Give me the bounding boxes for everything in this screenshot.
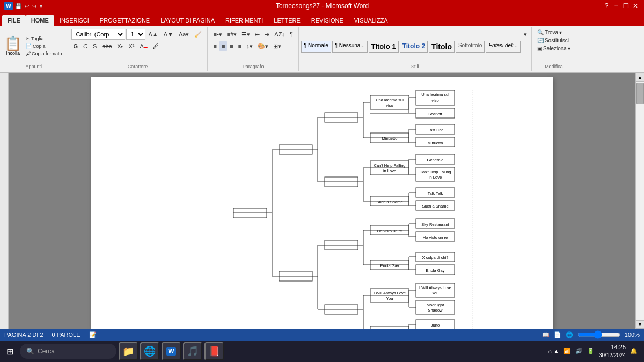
close-button[interactable]: ✕ — [631, 2, 640, 10]
style-normale[interactable]: ¶ Normale — [301, 41, 331, 53]
style-enfasi[interactable]: Enfasi deli... — [486, 41, 520, 53]
bracket-diagram: Una lacrima sul viso Scarlett Fast Car M… — [97, 86, 547, 329]
bold-button[interactable]: G — [71, 41, 80, 51]
print-layout-icon[interactable]: 📄 — [554, 331, 561, 338]
align-center-button[interactable]: ≡ — [219, 41, 227, 51]
svg-text:Shadow: Shadow — [428, 308, 443, 313]
svg-text:Juno: Juno — [431, 323, 440, 328]
decrease-indent-button[interactable]: ⇤ — [253, 29, 262, 40]
quick-save-icon[interactable]: 💾 — [15, 3, 21, 9]
justify-button[interactable]: ≡ — [236, 41, 244, 51]
scroll-up-button[interactable]: ▲ — [636, 73, 645, 82]
underline-button[interactable]: S — [91, 41, 99, 51]
zoom-slider[interactable] — [577, 331, 620, 338]
paragraph-group: ≡•▾ ≡#▾ ☰▾ ⇤ ⇥ AZ↓ ¶ ≡ ≡ ≡ ≡ ↕▾ 🎨▾ ⊞▾ Pa… — [208, 27, 298, 71]
tab-riferimenti[interactable]: RIFERIMENTI — [220, 15, 268, 26]
restore-button[interactable]: ❐ — [621, 2, 630, 10]
style-titolo[interactable]: Titolo — [429, 41, 455, 53]
svg-text:Generale: Generale — [427, 158, 444, 162]
taskbar-word[interactable]: W — [162, 342, 181, 360]
svg-text:You: You — [386, 296, 393, 301]
increase-indent-button[interactable]: ⇥ — [262, 29, 272, 40]
scroll-thumb[interactable] — [636, 83, 644, 104]
svg-text:Enola Gay: Enola Gay — [380, 263, 399, 268]
redo-btn[interactable]: ↪ — [32, 3, 36, 9]
tab-home[interactable]: HOME — [26, 15, 54, 26]
highlight-button[interactable]: 🖊 — [151, 41, 161, 51]
paragraph-group-label: Paragrafo — [211, 64, 295, 69]
minimize-button[interactable]: − — [612, 2, 620, 10]
style-titolo1[interactable]: Titolo 1 — [369, 41, 399, 53]
style-titolo2[interactable]: Titolo 2 — [400, 41, 428, 53]
search-placeholder: Cerca — [38, 348, 55, 355]
subscript-button[interactable]: X₂ — [115, 41, 125, 51]
align-right-button[interactable]: ≡ — [228, 41, 235, 51]
web-layout-icon[interactable]: 🌐 — [566, 331, 573, 338]
read-mode-icon[interactable]: 📖 — [542, 331, 550, 338]
vertical-scrollbar[interactable]: ▲ ▼ — [635, 73, 644, 329]
word-count: 0 PAROLE — [52, 331, 80, 338]
scroll-down-button[interactable]: ▼ — [636, 320, 645, 329]
borders-button[interactable]: ⊞▾ — [271, 41, 283, 51]
tab-revisione[interactable]: REVISIONE — [306, 15, 349, 26]
svg-text:in Love: in Love — [383, 168, 396, 173]
font-size-select[interactable]: 11 — [126, 29, 145, 40]
tab-progettazione[interactable]: PROGETTAZIONE — [94, 15, 155, 26]
taskbar-search[interactable]: 🔍 Cerca — [20, 344, 116, 359]
replace-button[interactable]: 🔄 Sostituisci — [535, 37, 573, 44]
battery-icon[interactable]: 🔋 — [587, 348, 595, 354]
clear-format-button[interactable]: 🧹 — [192, 29, 204, 40]
bullets-button[interactable]: ≡•▾ — [211, 29, 224, 40]
sort-button[interactable]: AZ↓ — [272, 29, 287, 40]
doc-content[interactable]: Una lacrima sul viso Scarlett Fast Car M… — [9, 73, 635, 329]
copy-button[interactable]: 📄 Copia — [24, 43, 64, 49]
svg-rect-53 — [370, 326, 409, 329]
tab-layout[interactable]: LAYOUT DI PAGINA — [155, 15, 220, 26]
start-button[interactable]: ⊞ — [2, 342, 18, 360]
tab-inserisci[interactable]: INSERISCI — [54, 15, 94, 26]
volume-icon[interactable]: 🔊 — [575, 348, 583, 354]
tab-lettere[interactable]: LETTERE — [268, 15, 306, 26]
svg-text:Una lacrima sul: Una lacrima sul — [421, 92, 449, 97]
style-sottotitolo[interactable]: Sottotitolo — [456, 41, 485, 53]
multi-list-button[interactable]: ☰▾ — [239, 29, 252, 40]
line-spacing-button[interactable]: ↕▾ — [244, 41, 255, 51]
italic-button[interactable]: C — [81, 41, 90, 51]
superscript-button[interactable]: X² — [126, 41, 136, 51]
strikethrough-button[interactable]: abc — [100, 41, 114, 51]
help-button[interactable]: ? — [602, 2, 611, 10]
taskbar-explorer[interactable]: 📁 — [119, 342, 138, 360]
page-info: PAGINA 2 DI 2 — [4, 331, 43, 338]
taskbar-spotify[interactable]: 🎵 — [183, 342, 202, 360]
clipboard-group: 📋 Incolla ✂ Taglia 📄 Copia 🖌 Copia forma… — [0, 27, 68, 71]
shading-button[interactable]: 🎨▾ — [255, 41, 270, 51]
font-color-button[interactable]: A▬ — [137, 41, 149, 51]
notification-icon[interactable]: 🔔 — [630, 348, 638, 354]
ribbon-tabs: FILE HOME INSERISCI PROGETTAZIONE LAYOUT… — [0, 12, 644, 26]
undo-btn[interactable]: ↩ — [25, 3, 29, 9]
clock[interactable]: 14:25 30/12/2024 — [599, 343, 626, 359]
font-grow-button[interactable]: A▲ — [147, 29, 160, 40]
modifica-group-label: Modifica — [535, 64, 573, 69]
format-painter-button[interactable]: 🖌 Copia formato — [24, 50, 64, 57]
numbering-button[interactable]: ≡#▾ — [225, 29, 239, 40]
style-nessuna[interactable]: ¶ Nessuna... — [332, 41, 368, 53]
styles-more-button[interactable]: ▾ — [522, 29, 529, 40]
proofing-icon[interactable]: 📝 — [89, 331, 97, 338]
select-button[interactable]: ▣ Seleziona ▾ — [535, 45, 573, 52]
taskbar-acrobat[interactable]: 📕 — [204, 342, 224, 360]
tab-visualizza[interactable]: VISUALIZZA — [349, 15, 393, 26]
find-button[interactable]: 🔍 Trova ▾ — [535, 29, 573, 36]
font-shrink-button[interactable]: A▼ — [162, 29, 175, 40]
align-left-button[interactable]: ≡ — [211, 41, 218, 51]
change-case-button[interactable]: Aa▾ — [177, 29, 191, 40]
network-icon[interactable]: 📶 — [564, 348, 571, 354]
paste-button[interactable]: 📋 Incolla — [3, 35, 23, 57]
cut-button[interactable]: ✂ Taglia — [24, 35, 64, 42]
tab-file[interactable]: FILE — [2, 15, 26, 26]
system-tray[interactable]: ⌂ ▲ — [548, 348, 559, 354]
font-name-select[interactable]: Calibri (Corp — [71, 29, 125, 40]
svg-text:Talk Talk: Talk Talk — [428, 191, 443, 196]
show-marks-button[interactable]: ¶ — [288, 29, 295, 40]
taskbar-chrome[interactable]: 🌐 — [140, 342, 159, 360]
